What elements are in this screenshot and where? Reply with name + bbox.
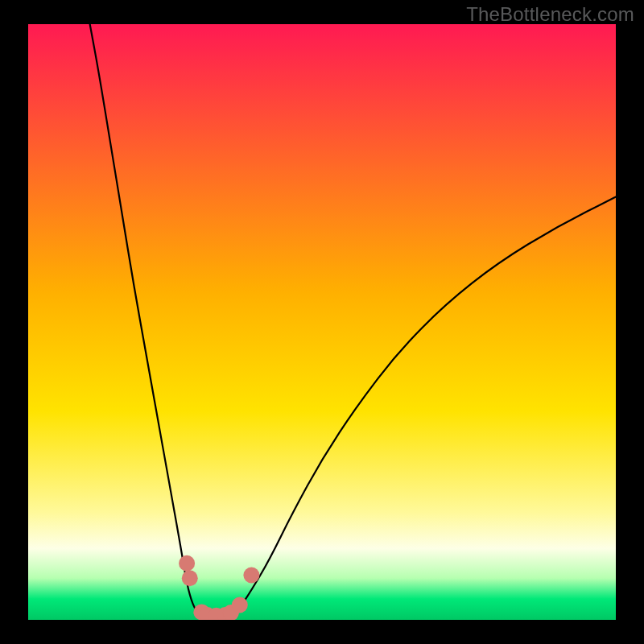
- plot-area: [28, 24, 616, 624]
- marker-point: [243, 568, 259, 584]
- marker-point: [179, 555, 195, 572]
- gradient-background: [28, 24, 616, 620]
- marker-point: [232, 597, 248, 613]
- marker-point: [182, 570, 198, 586]
- watermark-text: TheBottleneck.com: [466, 3, 634, 26]
- bottleneck-chart: [0, 0, 644, 644]
